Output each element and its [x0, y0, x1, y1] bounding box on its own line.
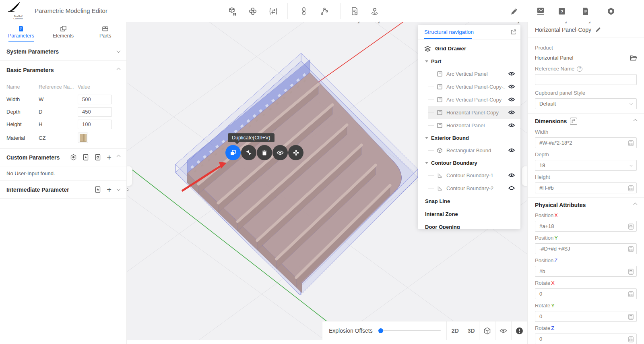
popout-button[interactable]	[510, 29, 516, 35]
tree-group-internal-zone[interactable]: Internal Zone	[418, 207, 520, 220]
isometric-cube-button[interactable]	[479, 321, 495, 340]
mirror-button[interactable]	[241, 145, 256, 160]
calculator-icon[interactable]	[628, 291, 634, 297]
pattern-knot-icon[interactable]	[247, 6, 258, 17]
calculator-icon[interactable]	[628, 185, 634, 191]
tree-item-horizontal-panel[interactable]: Horizontal Panel	[428, 119, 520, 132]
edit-pencil-icon[interactable]: ◢	[509, 6, 520, 17]
duplicate-button[interactable]	[225, 145, 241, 160]
add-parameter-button[interactable]: +	[107, 154, 111, 161]
section-system-parameters[interactable]: System Parameters	[0, 42, 126, 61]
dimension-link-icon[interactable]	[570, 118, 577, 125]
param-ref: H	[39, 121, 78, 127]
hide-button[interactable]	[272, 145, 288, 160]
tree-item-arc-vertical-panel-copy[interactable]: Arc Vertical Panel-Copy	[428, 93, 520, 106]
tab-parameters[interactable]: Parameters	[0, 22, 42, 42]
help-icon[interactable]: ? ◢	[556, 6, 568, 17]
slider-handle[interactable]	[378, 328, 383, 333]
tree-item-contour-boundary-1[interactable]: Contour Boundary-1	[428, 169, 520, 182]
tree-collapse-triangle[interactable]	[425, 137, 428, 139]
position-z-input[interactable]: #b	[535, 266, 637, 277]
depth-select[interactable]: 18	[535, 160, 637, 171]
tree-group-contour-boundary[interactable]: Contour Boundary	[418, 157, 520, 169]
collapse-right-panel-handle[interactable]	[522, 166, 527, 186]
visibility-toggle[interactable]	[508, 186, 515, 191]
target-hex-icon[interactable]	[70, 154, 77, 161]
tree-root-grid-drawer[interactable]: Grid Drawer	[418, 42, 520, 55]
physical-attributes-section-header[interactable]: Physical Attributes	[535, 202, 637, 208]
section-basic-parameters[interactable]: Basic Parameters	[0, 61, 126, 79]
view-3d-button[interactable]: 3D	[463, 321, 479, 340]
calculator-icon[interactable]	[628, 269, 634, 275]
alert-info-button[interactable]	[511, 321, 527, 340]
height-value-input[interactable]	[78, 120, 112, 129]
position-x-input[interactable]: #a+18	[535, 221, 637, 232]
section-custom-parameters[interactable]: Custom Parameters +	[0, 149, 126, 166]
import-star-doc-icon[interactable]	[95, 186, 101, 193]
section-intermediate-parameter[interactable]: Intermediate Parameter +	[0, 181, 126, 199]
tree-item-arc-vertical-panel-copy2[interactable]: Arc Vertical Panel-Copy-...	[428, 80, 520, 93]
visibility-toggle[interactable]	[508, 84, 515, 89]
swap-icon[interactable]	[268, 6, 279, 17]
component-cube-icon[interactable]	[227, 6, 238, 17]
link-chain-icon[interactable]	[298, 6, 310, 17]
reference-name-input[interactable]	[535, 74, 637, 85]
document-icon[interactable]: ◢	[580, 6, 591, 17]
explosion-offsets-slider[interactable]	[378, 328, 441, 334]
visibility-toggle[interactable]	[508, 71, 515, 76]
cupboard-style-select[interactable]: Default	[535, 98, 637, 109]
rotate-y-input[interactable]: 0	[535, 311, 637, 322]
calculator-icon[interactable]	[628, 336, 634, 342]
visibility-toggle[interactable]	[508, 148, 515, 153]
view-2d-button[interactable]: 2D	[447, 321, 463, 340]
width-value-input[interactable]	[78, 95, 112, 104]
help-circle-icon[interactable]: ?	[577, 66, 582, 72]
tree-group-snap-line[interactable]: Snap Line	[418, 195, 520, 207]
tree-item-horizontal-panel-copy[interactable]: Horizontal Panel-Copy	[428, 106, 520, 119]
visibility-button[interactable]	[495, 321, 511, 340]
exclamation-icon	[516, 327, 523, 335]
delete-button[interactable]	[257, 145, 272, 160]
tab-elements[interactable]: Elements	[42, 22, 85, 42]
visibility-toggle[interactable]	[508, 173, 515, 178]
height-formula-value: #H-#b	[539, 185, 553, 191]
tree-item-rectangular-bound[interactable]: Rectangular Bound	[428, 144, 520, 157]
tree-item-contour-boundary-2[interactable]: Contour Boundary-2	[428, 182, 520, 195]
calculator-icon[interactable]	[628, 314, 634, 320]
tree-item-label: Contour Boundary-1	[446, 172, 505, 178]
material-swatch[interactable]	[78, 133, 88, 143]
settings-nut-icon[interactable]	[605, 6, 617, 17]
tree-group-exterior-bound[interactable]: Exterior Bound	[418, 132, 520, 144]
rename-pencil-icon[interactable]	[595, 27, 601, 33]
tab-parts[interactable]: Parts	[84, 22, 126, 42]
tree-group-door-opening[interactable]: Door Opening	[418, 220, 520, 229]
collapse-left-panel-handle[interactable]	[127, 166, 132, 186]
branch-nodes-icon[interactable]	[319, 6, 330, 17]
structural-navigation-tab[interactable]: Structural navigation	[424, 29, 474, 35]
export-circle-doc-icon[interactable]	[95, 154, 101, 161]
width-formula-input[interactable]: #W-#a*2-18*2	[535, 137, 637, 148]
anchor-point-icon[interactable]: ◢	[369, 6, 380, 17]
tree-group-part[interactable]: Part	[418, 55, 520, 67]
visibility-toggle[interactable]	[508, 123, 515, 128]
visibility-toggle[interactable]	[508, 110, 515, 115]
calculator-icon[interactable]	[628, 224, 634, 230]
dimensions-section-header[interactable]: Dimensions	[535, 118, 637, 125]
depth-value-input[interactable]	[78, 107, 112, 117]
tree-item-arc-vertical-panel[interactable]: Arc Vertical Panel	[428, 67, 520, 80]
rotate-x-input[interactable]: 0	[535, 288, 637, 299]
tree-collapse-triangle[interactable]	[425, 162, 428, 164]
position-y-input[interactable]: -#D+#d +#SJ	[535, 243, 637, 254]
rotate-z-input[interactable]: 0	[535, 334, 637, 344]
tree-collapse-triangle[interactable]	[425, 60, 428, 62]
height-formula-input[interactable]: #H-#b	[535, 182, 637, 193]
report-chart-icon[interactable]	[535, 6, 546, 17]
visibility-toggle[interactable]	[508, 97, 515, 102]
add-parameter-button[interactable]: +	[107, 187, 111, 193]
move-button[interactable]	[288, 145, 303, 160]
open-folder-icon[interactable]	[630, 55, 637, 61]
import-star-doc-icon[interactable]	[83, 154, 89, 161]
calculator-icon[interactable]	[628, 140, 634, 146]
document-settings-icon[interactable]: ◢	[349, 6, 360, 17]
calculator-icon[interactable]	[628, 246, 634, 252]
